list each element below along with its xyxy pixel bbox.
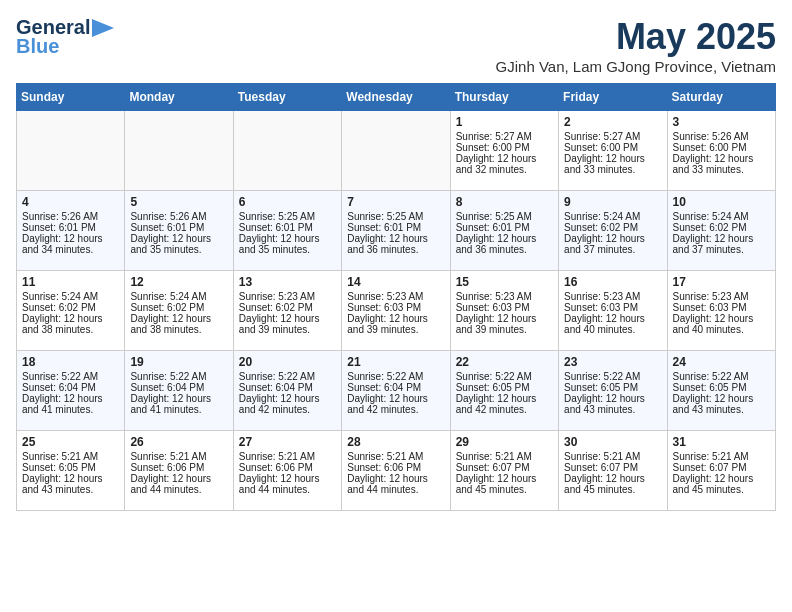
- col-header-thursday: Thursday: [450, 84, 558, 111]
- cell-content: and 41 minutes.: [22, 404, 119, 415]
- cell-content: and 42 minutes.: [239, 404, 336, 415]
- cell-content: and 43 minutes.: [564, 404, 661, 415]
- day-number: 5: [130, 195, 227, 209]
- cell-content: and 34 minutes.: [22, 244, 119, 255]
- day-number: 31: [673, 435, 770, 449]
- calendar-cell: 6Sunrise: 5:25 AMSunset: 6:01 PMDaylight…: [233, 191, 341, 271]
- calendar-cell: 27Sunrise: 5:21 AMSunset: 6:06 PMDayligh…: [233, 431, 341, 511]
- day-number: 1: [456, 115, 553, 129]
- calendar-cell: 1Sunrise: 5:27 AMSunset: 6:00 PMDaylight…: [450, 111, 558, 191]
- day-number: 20: [239, 355, 336, 369]
- day-number: 21: [347, 355, 444, 369]
- day-number: 7: [347, 195, 444, 209]
- cell-content: Daylight: 12 hours: [347, 473, 444, 484]
- logo-blue: Blue: [16, 35, 59, 58]
- cell-content: Sunset: 6:04 PM: [22, 382, 119, 393]
- cell-content: Sunset: 6:03 PM: [564, 302, 661, 313]
- day-number: 11: [22, 275, 119, 289]
- cell-content: Sunset: 6:01 PM: [22, 222, 119, 233]
- month-title: May 2025: [496, 16, 776, 58]
- cell-content: Sunrise: 5:22 AM: [130, 371, 227, 382]
- day-number: 14: [347, 275, 444, 289]
- calendar-cell: [342, 111, 450, 191]
- cell-content: Daylight: 12 hours: [239, 233, 336, 244]
- cell-content: Sunset: 6:04 PM: [347, 382, 444, 393]
- cell-content: and 35 minutes.: [239, 244, 336, 255]
- calendar-table: SundayMondayTuesdayWednesdayThursdayFrid…: [16, 83, 776, 511]
- cell-content: Daylight: 12 hours: [564, 473, 661, 484]
- day-number: 19: [130, 355, 227, 369]
- title-block: May 2025 GJinh Van, Lam GJong Province, …: [496, 16, 776, 75]
- cell-content: Sunrise: 5:24 AM: [22, 291, 119, 302]
- cell-content: Sunset: 6:05 PM: [456, 382, 553, 393]
- cell-content: Sunrise: 5:22 AM: [22, 371, 119, 382]
- cell-content: Sunset: 6:02 PM: [22, 302, 119, 313]
- cell-content: Sunrise: 5:21 AM: [22, 451, 119, 462]
- cell-content: and 33 minutes.: [673, 164, 770, 175]
- day-number: 29: [456, 435, 553, 449]
- cell-content: Daylight: 12 hours: [673, 393, 770, 404]
- cell-content: Sunrise: 5:25 AM: [456, 211, 553, 222]
- cell-content: Sunset: 6:03 PM: [347, 302, 444, 313]
- cell-content: Daylight: 12 hours: [564, 233, 661, 244]
- cell-content: Daylight: 12 hours: [130, 473, 227, 484]
- cell-content: and 33 minutes.: [564, 164, 661, 175]
- cell-content: Sunrise: 5:23 AM: [347, 291, 444, 302]
- calendar-cell: 4Sunrise: 5:26 AMSunset: 6:01 PMDaylight…: [17, 191, 125, 271]
- cell-content: Sunset: 6:03 PM: [673, 302, 770, 313]
- calendar-cell: 21Sunrise: 5:22 AMSunset: 6:04 PMDayligh…: [342, 351, 450, 431]
- cell-content: Sunrise: 5:25 AM: [347, 211, 444, 222]
- cell-content: and 43 minutes.: [22, 484, 119, 495]
- day-number: 23: [564, 355, 661, 369]
- col-header-sunday: Sunday: [17, 84, 125, 111]
- day-number: 26: [130, 435, 227, 449]
- cell-content: Sunset: 6:06 PM: [130, 462, 227, 473]
- cell-content: Sunset: 6:07 PM: [564, 462, 661, 473]
- calendar-header-row: SundayMondayTuesdayWednesdayThursdayFrid…: [17, 84, 776, 111]
- calendar-cell: 9Sunrise: 5:24 AMSunset: 6:02 PMDaylight…: [559, 191, 667, 271]
- cell-content: Sunrise: 5:23 AM: [673, 291, 770, 302]
- cell-content: Sunset: 6:07 PM: [456, 462, 553, 473]
- calendar-cell: 2Sunrise: 5:27 AMSunset: 6:00 PMDaylight…: [559, 111, 667, 191]
- cell-content: Sunset: 6:02 PM: [130, 302, 227, 313]
- cell-content: Sunset: 6:03 PM: [456, 302, 553, 313]
- cell-content: Sunset: 6:06 PM: [347, 462, 444, 473]
- cell-content: Daylight: 12 hours: [22, 393, 119, 404]
- calendar-cell: 30Sunrise: 5:21 AMSunset: 6:07 PMDayligh…: [559, 431, 667, 511]
- day-number: 18: [22, 355, 119, 369]
- cell-content: and 44 minutes.: [130, 484, 227, 495]
- cell-content: Sunrise: 5:23 AM: [239, 291, 336, 302]
- cell-content: Daylight: 12 hours: [347, 393, 444, 404]
- cell-content: Sunrise: 5:27 AM: [564, 131, 661, 142]
- cell-content: and 40 minutes.: [564, 324, 661, 335]
- logo-arrow-icon: [92, 19, 114, 37]
- calendar-cell: 23Sunrise: 5:22 AMSunset: 6:05 PMDayligh…: [559, 351, 667, 431]
- cell-content: Sunrise: 5:23 AM: [456, 291, 553, 302]
- day-number: 27: [239, 435, 336, 449]
- calendar-cell: 5Sunrise: 5:26 AMSunset: 6:01 PMDaylight…: [125, 191, 233, 271]
- day-number: 4: [22, 195, 119, 209]
- calendar-cell: 13Sunrise: 5:23 AMSunset: 6:02 PMDayligh…: [233, 271, 341, 351]
- cell-content: Daylight: 12 hours: [130, 313, 227, 324]
- cell-content: Daylight: 12 hours: [673, 153, 770, 164]
- col-header-monday: Monday: [125, 84, 233, 111]
- cell-content: and 35 minutes.: [130, 244, 227, 255]
- cell-content: Daylight: 12 hours: [239, 473, 336, 484]
- svg-marker-0: [92, 19, 114, 37]
- cell-content: Sunset: 6:04 PM: [130, 382, 227, 393]
- col-header-wednesday: Wednesday: [342, 84, 450, 111]
- cell-content: and 41 minutes.: [130, 404, 227, 415]
- cell-content: and 38 minutes.: [22, 324, 119, 335]
- day-number: 10: [673, 195, 770, 209]
- calendar-cell: 26Sunrise: 5:21 AMSunset: 6:06 PMDayligh…: [125, 431, 233, 511]
- cell-content: Sunrise: 5:23 AM: [564, 291, 661, 302]
- calendar-cell: 18Sunrise: 5:22 AMSunset: 6:04 PMDayligh…: [17, 351, 125, 431]
- cell-content: Daylight: 12 hours: [130, 393, 227, 404]
- cell-content: Sunset: 6:05 PM: [564, 382, 661, 393]
- cell-content: and 37 minutes.: [673, 244, 770, 255]
- cell-content: and 36 minutes.: [456, 244, 553, 255]
- cell-content: Sunrise: 5:27 AM: [456, 131, 553, 142]
- cell-content: Sunrise: 5:26 AM: [673, 131, 770, 142]
- cell-content: Daylight: 12 hours: [239, 313, 336, 324]
- location-title: GJinh Van, Lam GJong Province, Vietnam: [496, 58, 776, 75]
